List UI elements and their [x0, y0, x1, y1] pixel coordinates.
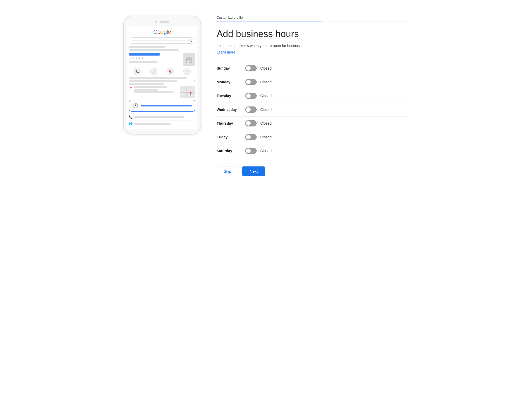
- toggle-wednesday[interactable]: [245, 106, 257, 113]
- hours-highlight-card: 🕐: [129, 100, 195, 112]
- day-label-tuesday: Tuesday: [217, 94, 245, 98]
- mock-top-lines: [129, 46, 195, 51]
- hours-line: [141, 105, 192, 106]
- day-row-thursday: ThursdayClosed: [217, 117, 409, 130]
- mock-call-icon: 📞: [134, 68, 141, 75]
- mock-chevron-icon: ›: [194, 79, 195, 83]
- toggle-thursday[interactable]: [245, 120, 257, 126]
- day-label-friday: Friday: [217, 135, 245, 139]
- day-row-tuesday: TuesdayClosed: [217, 89, 409, 103]
- mock-business-card: ★ ★ ★ ★ ★: [129, 53, 195, 66]
- progress-bar: [217, 22, 409, 22]
- mock-stars: ★ ★ ★ ★ ★: [129, 57, 181, 60]
- day-label-thursday: Thursday: [217, 121, 245, 125]
- next-button[interactable]: Next: [242, 166, 265, 176]
- google-logo: Google: [129, 29, 195, 35]
- day-label-monday: Monday: [217, 80, 245, 84]
- toggle-saturday[interactable]: [245, 148, 257, 154]
- step-header: Customize profile: [217, 16, 409, 22]
- clock-icon: 🕐: [132, 103, 138, 109]
- day-row-wednesday: WednesdayClosed: [217, 103, 409, 117]
- day-label-sunday: Sunday: [217, 66, 245, 70]
- day-label-saturday: Saturday: [217, 149, 245, 153]
- closed-label-friday: Closed: [260, 135, 272, 139]
- mock-phone-row: 📞: [129, 114, 195, 120]
- mock-save-icon: 🔖: [167, 68, 174, 75]
- mock-search-bar: 🔍: [129, 37, 195, 44]
- day-row-monday: MondayClosed: [217, 75, 409, 89]
- phone-speaker: [159, 21, 169, 23]
- closed-label-tuesday: Closed: [260, 94, 272, 98]
- mock-phone-icon: 📞: [129, 115, 133, 119]
- phone-mockup: Google 🔍 ★ ★ ★ ★: [123, 16, 201, 134]
- toggle-sunday[interactable]: [245, 65, 257, 71]
- page-container: Google 🔍 ★ ★ ★ ★: [123, 10, 409, 176]
- progress-bar-empty: [322, 22, 409, 22]
- closed-label-wednesday: Closed: [260, 107, 272, 112]
- phone-camera: [155, 21, 157, 23]
- page-heading: Add business hours: [217, 29, 409, 39]
- day-row-saturday: SaturdayClosed: [217, 144, 409, 158]
- mock-expand-row: ›: [129, 77, 195, 85]
- mock-pin-icon: 📍: [129, 87, 133, 90]
- progress-bar-fill: [217, 22, 322, 22]
- mock-map-row: 📍 📍: [129, 86, 195, 98]
- step-title: Customize profile: [217, 16, 409, 19]
- mock-globe-icon: 🌐: [129, 122, 133, 125]
- svg-rect-1: [187, 60, 189, 63]
- day-label-wednesday: Wednesday: [217, 107, 245, 112]
- closed-label-monday: Closed: [260, 80, 272, 84]
- store-icon: [185, 55, 193, 64]
- mock-web-row: 🌐: [129, 120, 195, 127]
- skip-button[interactable]: Skip: [217, 166, 238, 176]
- day-row-sunday: SundayClosed: [217, 62, 409, 75]
- action-buttons: Skip Next: [217, 166, 409, 176]
- closed-label-sunday: Closed: [260, 66, 272, 70]
- mock-map-image: 📍: [180, 86, 195, 98]
- mock-share-icon: ↗: [183, 68, 191, 75]
- phone-top-bar: [127, 21, 197, 23]
- closed-label-saturday: Closed: [260, 149, 272, 153]
- days-list: SundayClosedMondayClosedTuesdayClosedWed…: [217, 62, 409, 158]
- toggle-tuesday[interactable]: [245, 93, 257, 99]
- form-panel: Customize profile Add business hours Let…: [217, 16, 409, 176]
- day-row-friday: FridayClosed: [217, 130, 409, 144]
- mock-store-image: [183, 53, 195, 66]
- phone-screen: Google 🔍 ★ ★ ★ ★: [127, 26, 197, 129]
- page-description: Let customers know when you are open for…: [217, 44, 409, 48]
- toggle-monday[interactable]: [245, 79, 257, 85]
- mock-map-pin: 📍: [188, 91, 193, 96]
- mock-action-icons: 📞 ◇ 🔖 ↗: [129, 68, 195, 75]
- mock-search-icon: 🔍: [189, 39, 192, 42]
- closed-label-thursday: Closed: [260, 121, 272, 125]
- learn-more-link[interactable]: Learn more: [217, 50, 235, 54]
- toggle-friday[interactable]: [245, 134, 257, 140]
- mock-directions-icon: ◇: [150, 68, 157, 75]
- svg-rect-2: [190, 60, 191, 62]
